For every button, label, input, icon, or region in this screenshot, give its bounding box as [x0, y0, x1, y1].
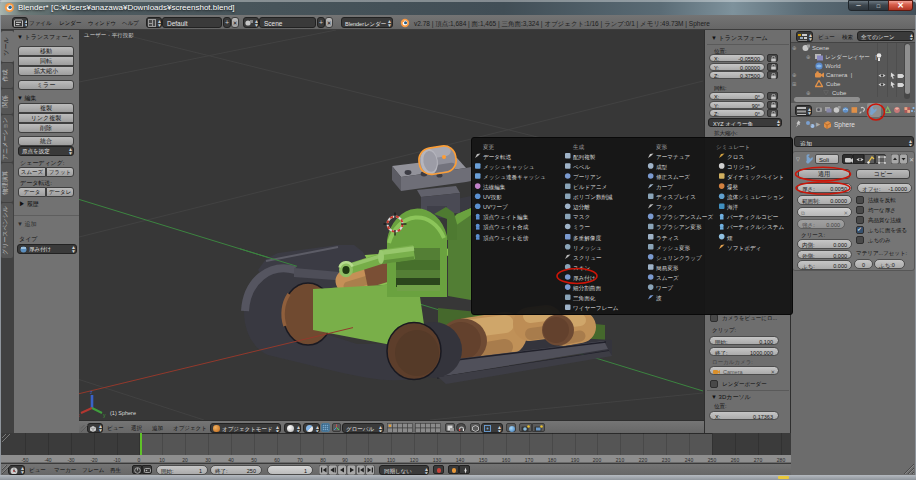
svg-text:ポリゴン数削減: ポリゴン数削減 — [573, 194, 613, 201]
svg-text:UV投影: UV投影 — [483, 194, 502, 200]
svg-text:スムーズ: スムーズ — [656, 275, 679, 281]
svg-text:マスク: マスク — [573, 214, 590, 220]
svg-text:スクリュー: スクリュー — [573, 255, 602, 261]
svg-text:修正スムーズ: 修正スムーズ — [656, 174, 690, 180]
svg-text:パーティクルシステム: パーティクルシステム — [726, 224, 784, 230]
svg-text:煙: 煙 — [727, 235, 733, 241]
svg-text:メッシュキャッシュ: メッシュキャッシュ — [483, 164, 535, 170]
svg-text:頂点ウェイト近傍: 頂点ウェイト近傍 — [483, 235, 529, 242]
svg-text:ツール: ツール — [3, 37, 9, 56]
svg-text:ディスプレイス: ディスプレイス — [656, 194, 696, 200]
svg-text:データ転送: データ転送 — [483, 154, 512, 160]
svg-text:爆発: 爆発 — [727, 184, 739, 191]
svg-text:簡易変形: 簡易変形 — [656, 265, 679, 272]
svg-text:多重解像度: 多重解像度 — [573, 235, 601, 242]
svg-text:厚み付け: 厚み付け — [573, 275, 596, 282]
svg-text:海洋: 海洋 — [727, 204, 739, 211]
svg-text:成型: 成型 — [656, 164, 668, 170]
svg-text:作成: 作成 — [2, 70, 8, 83]
svg-text:ラティス: ラティス — [656, 235, 679, 241]
svg-text:ラプラシアンスムーズ: ラプラシアンスムーズ — [656, 214, 713, 220]
svg-text:コリジョン: コリジョン — [727, 164, 756, 170]
svg-text:ビルドアニメ: ビルドアニメ — [573, 184, 607, 190]
svg-text:ラプラシアン変形: ラプラシアン変形 — [656, 224, 702, 230]
svg-text:流体シミュレーション: 流体シミュレーション — [727, 194, 784, 201]
svg-text:細分割曲面: 細分割曲面 — [572, 285, 601, 292]
svg-text:カーブ: カーブ — [656, 184, 673, 191]
svg-text:ダイナミックペイント: ダイナミックペイント — [727, 174, 784, 180]
svg-text:メッシュ変形: メッシュ変形 — [656, 245, 690, 251]
svg-text:グリースペンシル: グリースペンシル — [2, 205, 9, 255]
svg-text:ミラー: ミラー — [573, 224, 590, 230]
svg-text:アーマチュア: アーマチュア — [656, 154, 690, 160]
svg-text:三角面化: 三角面化 — [573, 295, 596, 302]
svg-text:関係: 関係 — [2, 95, 9, 108]
svg-text:アニメーション: アニメーション — [2, 117, 8, 160]
svg-text:法線編集: 法線編集 — [483, 184, 506, 191]
svg-text:ベベル: ベベル — [573, 164, 590, 170]
svg-text:x: x — [79, 412, 80, 418]
svg-text:ワイヤーフレーム: ワイヤーフレーム — [573, 305, 619, 311]
svg-text:パーティクルコピー: パーティクルコピー — [726, 214, 779, 220]
svg-text:変更: 変更 — [483, 144, 495, 150]
svg-text:配列複製: 配列複製 — [573, 154, 596, 161]
svg-text:z: z — [90, 389, 93, 395]
svg-text:UVワープ: UVワープ — [483, 204, 508, 210]
svg-text:物理演算: 物理演算 — [1, 171, 9, 195]
svg-text:スキン: スキン — [573, 265, 590, 271]
svg-text:y: y — [103, 412, 106, 418]
svg-text:変形: 変形 — [656, 144, 668, 150]
svg-text:頂点ウェイト編集: 頂点ウェイト編集 — [483, 214, 529, 220]
svg-text:生成: 生成 — [572, 144, 585, 150]
svg-text:ワープ: ワープ — [656, 285, 673, 291]
svg-text:シュリンクラップ: シュリンクラップ — [656, 255, 702, 261]
svg-text:ソフトボディ: ソフトボディ — [727, 245, 761, 251]
svg-text:頂点ウェイト合成: 頂点ウェイト合成 — [483, 224, 529, 230]
svg-text:メッシュ連番キャッシュ: メッシュ連番キャッシュ — [483, 174, 546, 181]
svg-text:辺分離: 辺分離 — [573, 204, 590, 211]
svg-text:クロス: クロス — [727, 154, 744, 160]
svg-text:波: 波 — [656, 295, 662, 302]
svg-text:フック: フック — [656, 204, 673, 210]
svg-text:リメッシュ: リメッシュ — [573, 245, 602, 251]
svg-text:ブーリアン: ブーリアン — [573, 174, 602, 180]
svg-text:シミュレート: シミュレート — [716, 144, 750, 150]
